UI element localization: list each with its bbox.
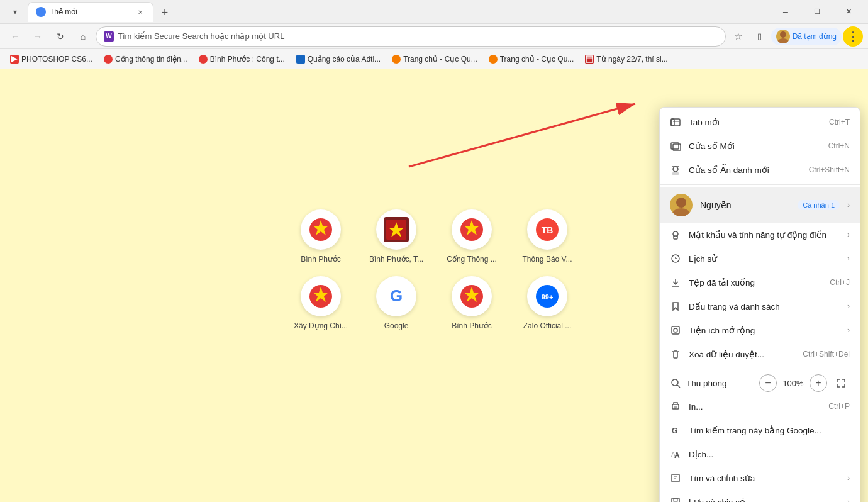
submenu-arrow-icon: › [847, 326, 850, 335]
svg-point-28 [673, 167, 678, 172]
bookmark-binh-phuoc[interactable]: Bình Phước : Công t... [194, 52, 290, 67]
home-button[interactable]: ⌂ [73, 26, 93, 47]
shortcut-icon [376, 209, 416, 250]
menu-item-downloads[interactable]: Tệp đã tải xuống Ctrl+J [660, 271, 860, 294]
menu-item-extensions[interactable]: Tiện ích mở rộng › [660, 318, 860, 342]
menu-item-new-tab[interactable]: Tab mới Ctrl+T [660, 110, 860, 134]
new-tab-button[interactable]: + [156, 4, 174, 22]
menu-item-label: Tìm kiếm trang này bằng Google... [689, 425, 850, 435]
bookmark-icon [585, 55, 594, 64]
shortcut-binh-phuoc-3[interactable]: Bình Phước [443, 276, 500, 330]
address-bar[interactable]: W Tìm kiếm Secure Search hoặc nhập một U… [96, 26, 726, 47]
svg-text:99+: 99+ [542, 293, 554, 301]
menu-item-new-window[interactable]: Cửa sổ Mới Ctrl+N [660, 134, 860, 158]
bookmark-icon [489, 55, 498, 64]
menu-item-translate[interactable]: AA Dịch... [660, 442, 860, 466]
zoom-out-button[interactable]: − [759, 374, 777, 392]
menu-shortcut: Ctrl+Shift+N [809, 165, 850, 174]
back-button[interactable]: ← [5, 26, 25, 47]
maximize-button[interactable]: ☐ [803, 0, 832, 24]
zoom-label: Thu phóng [686, 379, 754, 388]
shortcut-label: Bình Phước [301, 255, 341, 264]
bookmark-icon [10, 55, 19, 64]
menu-item-clear-data[interactable]: Xoá dữ liệu duyệt... Ctrl+Shift+Del [660, 342, 860, 366]
menu-item-password[interactable]: Mật khẩu và tính năng tự động điền › [660, 223, 860, 247]
menu-item-label: Mật khẩu và tính năng tự động điền [689, 230, 840, 240]
svg-text:G: G [390, 286, 403, 305]
shortcut-google[interactable]: G Google [368, 276, 425, 330]
svg-rect-50 [672, 474, 679, 482]
bookmark-photoshop[interactable]: PHOTOSHOP CS6... [5, 52, 97, 67]
split-view-button[interactable]: ▯ [750, 26, 770, 47]
minimize-button[interactable]: ─ [771, 0, 800, 24]
tab-list-arrow[interactable]: ▾ [5, 2, 25, 22]
profile-name-label: Đã tạm dừng [793, 32, 837, 41]
tab-close-button[interactable]: ✕ [135, 7, 145, 17]
menu-item-label: In... [689, 402, 821, 411]
bookmark-cong-thong-tin[interactable]: Cổng thông tin điện... [99, 52, 192, 67]
shortcut-xay-dung[interactable]: Xây Dựng Chí... [292, 276, 349, 330]
menu-item-label: Tệp đã tải xuống [689, 277, 822, 287]
menu-item-history[interactable]: Lịch sử › [660, 247, 860, 271]
bookmark-star-button[interactable]: ☆ [728, 26, 748, 47]
zoom-icon [670, 377, 681, 389]
bookmarks-bar: PHOTOSHOP CS6... Cổng thông tin điện... … [0, 49, 868, 69]
svg-text:TB: TB [542, 225, 554, 235]
profile-row[interactable]: Nguyễn Cá nhân 1 › [660, 187, 860, 223]
print-icon [670, 401, 681, 412]
svg-point-32 [672, 208, 690, 216]
shortcut-icon: 99+ [527, 276, 567, 316]
shortcut-zalo[interactable]: 99+ Zalo Official ... [519, 276, 576, 330]
shortcut-binh-phuoc-2[interactable]: Bình Phước, T... [368, 209, 425, 264]
bookmark-trang-chu-2[interactable]: Trang chủ - Cục Qu... [484, 52, 579, 67]
svg-rect-24 [671, 119, 674, 126]
zoom-in-button[interactable]: + [810, 374, 827, 392]
google-search-icon: G [670, 425, 681, 436]
shortcut-thong-bao[interactable]: TB Thông Báo V... [519, 209, 576, 264]
menu-item-bookmarks[interactable]: Dấu trang và danh sách › [660, 294, 860, 318]
menu-item-print[interactable]: In... Ctrl+P [660, 394, 860, 418]
forward-button[interactable]: → [28, 26, 48, 47]
profile-badge: Cá nhân 1 [798, 200, 840, 210]
svg-line-43 [677, 385, 680, 388]
bookmark-icon [199, 55, 208, 64]
profile-arrow-icon: › [847, 201, 850, 209]
menu-item-label: Tìm và chỉnh sửa [689, 473, 840, 483]
svg-point-1 [777, 38, 789, 43]
bookmark-icon [296, 55, 305, 64]
translate-icon: AA [670, 449, 681, 460]
submenu-arrow-icon: › [847, 474, 850, 482]
reload-button[interactable]: ↻ [50, 26, 70, 47]
bookmark-label: Quảng cáo của Adti... [308, 55, 381, 64]
bookmark-tu-ngay[interactable]: Từ ngày 22/7, thí si... [580, 52, 672, 67]
menu-item-incognito[interactable]: Cửa sổ Ẩn danh mới Ctrl+Shift+N [660, 158, 860, 182]
save-icon [670, 496, 681, 502]
shortcut-icon: G [376, 276, 416, 316]
bookmark-label: Từ ngày 22/7, thí si... [596, 55, 667, 64]
menu-item-save-share[interactable]: Lưu và chia sẻ › [660, 490, 860, 502]
main-content: Bình Phước Bình Phước, T... [0, 69, 868, 502]
bookmark-trang-chu-1[interactable]: Trang chủ - Cục Qu... [387, 52, 482, 67]
menu-shortcut: Ctrl+P [828, 402, 850, 411]
bookmark-label: Trang chủ - Cục Qu... [403, 55, 477, 64]
menu-item-find-edit[interactable]: Tìm và chỉnh sửa › [660, 466, 860, 490]
toolbar: ← → ↻ ⌂ W Tìm kiếm Secure Search hoặc nh… [0, 24, 868, 49]
menu-item-search-google[interactable]: G Tìm kiếm trang này bằng Google... [660, 418, 860, 442]
shortcut-cong-thong[interactable]: Cổng Thông ... [443, 209, 500, 264]
active-tab[interactable]: Thẻ mới ✕ [28, 2, 153, 22]
bookmark-label: Bình Phước : Công t... [210, 55, 285, 64]
bookmark-label: PHOTOSHOP CS6... [21, 55, 92, 64]
shortcut-label: Cổng Thông ... [447, 255, 497, 264]
bookmark-icon [104, 55, 113, 64]
bookmark-quang-cao[interactable]: Quảng cáo của Adti... [291, 52, 386, 67]
profile-button[interactable]: Đã tạm dừng [771, 28, 842, 45]
close-button[interactable]: ✕ [834, 0, 863, 24]
shortcut-label: Google [384, 321, 409, 330]
shortcut-binh-phuoc-1[interactable]: Bình Phước [292, 209, 349, 264]
shortcuts-grid: Bình Phước Bình Phước, T... [292, 209, 576, 330]
tab-new-icon [670, 116, 681, 128]
zoom-fullscreen-button[interactable] [832, 374, 850, 392]
more-options-button[interactable]: ⋮ [843, 26, 863, 47]
bookmark-icon [670, 301, 681, 312]
svg-point-31 [676, 198, 686, 208]
